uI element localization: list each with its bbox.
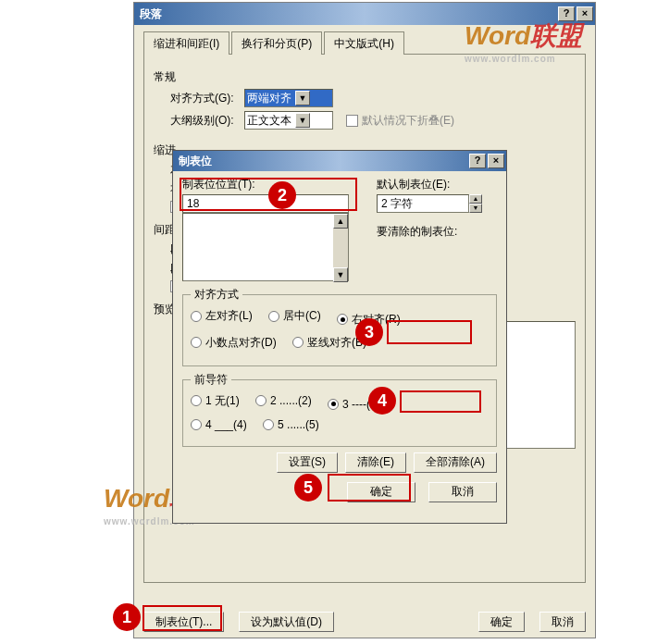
radio-leader-dots[interactable]: 2 ......(2) bbox=[255, 394, 312, 407]
radio-left[interactable]: 左对齐(L) bbox=[191, 308, 253, 324]
section-general: 常规 bbox=[154, 69, 576, 85]
alignment-legend: 对齐方式 bbox=[191, 287, 242, 303]
tab-pos-value: 18 bbox=[187, 197, 199, 210]
tab-chinese[interactable]: 中文版式(H) bbox=[324, 31, 404, 55]
help-button[interactable]: ? bbox=[558, 6, 575, 21]
align-value: 两端对齐 bbox=[247, 91, 291, 106]
tabs-ok-button[interactable]: 确定 bbox=[347, 482, 415, 502]
spin-down-icon[interactable]: ▼ bbox=[469, 204, 482, 213]
tabs-close-button[interactable]: × bbox=[488, 154, 504, 168]
ok-button[interactable]: 确定 bbox=[478, 612, 525, 632]
default-tab-label: 默认制表位(E): bbox=[377, 177, 497, 192]
tabs-titlebar: 制表位 ? × bbox=[173, 151, 506, 171]
chevron-down-icon: ▼ bbox=[295, 91, 310, 105]
callout-1: 1 bbox=[113, 603, 141, 631]
callout-5: 5 bbox=[294, 474, 322, 502]
paragraph-bottom-buttons: 制表位(T)... 设为默认值(D) 确定 取消 bbox=[143, 612, 586, 632]
default-button[interactable]: 设为默认值(D) bbox=[239, 612, 334, 632]
tab-pagebreak[interactable]: 换行和分页(P) bbox=[231, 31, 322, 55]
radio-leader-mid[interactable]: 5 ......(5) bbox=[263, 418, 319, 431]
collapse-checkbox bbox=[346, 115, 358, 127]
callout-3: 3 bbox=[355, 318, 383, 346]
radio-leader-none[interactable]: 1 无(1) bbox=[191, 393, 240, 409]
scroll-down-icon[interactable]: ▼ bbox=[333, 267, 348, 282]
default-tab-value: 2 字符 bbox=[381, 196, 413, 212]
scroll-up-icon[interactable]: ▲ bbox=[333, 214, 348, 229]
close-button[interactable]: × bbox=[576, 6, 593, 21]
radio-center[interactable]: 居中(C) bbox=[268, 308, 321, 324]
paragraph-titlebar: 段落 ? × bbox=[134, 3, 595, 25]
radio-leader-under[interactable]: 4 ___(4) bbox=[191, 418, 247, 431]
clearall-button[interactable]: 全部清除(A) bbox=[414, 452, 497, 473]
scrollbar[interactable]: ▲ ▼ bbox=[333, 214, 348, 280]
tabs-cancel-button[interactable]: 取消 bbox=[428, 482, 497, 502]
clear-tabs-label: 要清除的制表位: bbox=[377, 224, 497, 240]
leader-group: 前导符 1 无(1) 2 ......(2) 3 ----(3) 4 ___(4… bbox=[182, 372, 497, 447]
spin-up-icon[interactable]: ▲ bbox=[469, 194, 482, 204]
outline-value: 正文文本 bbox=[247, 113, 291, 129]
tabs-help-button[interactable]: ? bbox=[469, 154, 486, 168]
tab-pos-input[interactable]: 18 bbox=[182, 194, 349, 213]
alignment-group: 对齐方式 左对齐(L) 居中(C) 右对齐(R) 小数点对齐(D) 竖线对齐(B… bbox=[182, 287, 497, 366]
radio-decimal[interactable]: 小数点对齐(D) bbox=[191, 335, 277, 351]
tab-indent[interactable]: 缩进和间距(I) bbox=[143, 31, 229, 55]
tab-pos-list[interactable]: ▲ ▼ bbox=[182, 213, 349, 281]
spin-buttons[interactable]: ▲ ▼ bbox=[469, 194, 482, 213]
set-button[interactable]: 设置(S) bbox=[277, 452, 338, 473]
align-label: 对齐方式(G): bbox=[170, 91, 244, 106]
default-tab-input[interactable]: 2 字符 bbox=[377, 194, 469, 213]
paragraph-title: 段落 bbox=[140, 6, 162, 22]
leader-legend: 前导符 bbox=[191, 372, 231, 388]
tabs-button[interactable]: 制表位(T)... bbox=[143, 612, 224, 632]
collapse-label: 默认情况下折叠(E) bbox=[362, 113, 454, 129]
outline-select[interactable]: 正文文本 ▼ bbox=[244, 111, 333, 130]
outline-label: 大纲级别(O): bbox=[170, 113, 244, 129]
align-select[interactable]: 两端对齐 ▼ bbox=[244, 89, 333, 107]
tabs-title: 制表位 bbox=[179, 154, 212, 169]
tabs-dialog: 制表位 ? × 制表位位置(T): 18 ▲ ▼ 默认制表位(E) bbox=[172, 150, 507, 524]
tab-row: 缩进和间距(I) 换行和分页(P) 中文版式(H) bbox=[143, 31, 586, 54]
cancel-button[interactable]: 取消 bbox=[539, 612, 586, 632]
chevron-down-icon: ▼ bbox=[295, 113, 310, 128]
clear-button[interactable]: 清除(E) bbox=[345, 452, 406, 473]
tabs-body: 制表位位置(T): 18 ▲ ▼ 默认制表位(E): 2 字符 bbox=[173, 171, 506, 523]
callout-2: 2 bbox=[268, 181, 296, 209]
callout-4: 4 bbox=[368, 387, 396, 415]
